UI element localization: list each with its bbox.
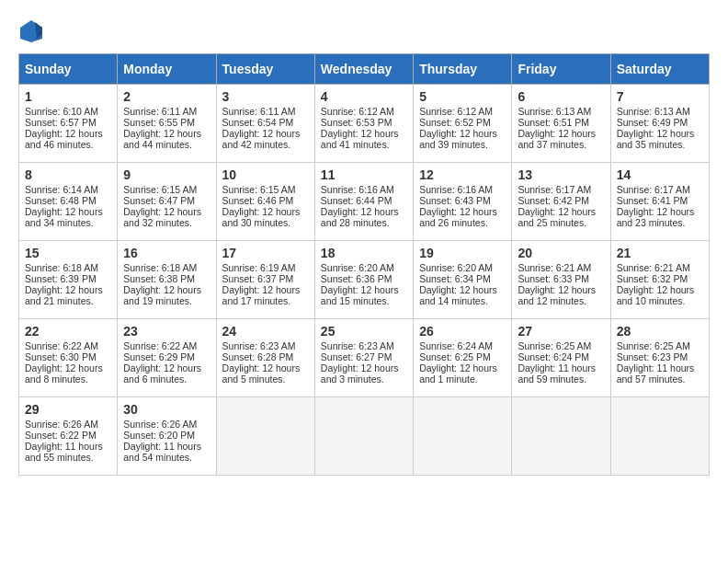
column-header-saturday: Saturday: [610, 54, 709, 85]
sunrise-text: Sunrise: 6:24 AM: [419, 340, 493, 351]
calendar-cell: 3Sunrise: 6:11 AMSunset: 6:54 PMDaylight…: [216, 85, 314, 163]
sunset-text: Sunset: 6:47 PM: [123, 195, 195, 206]
calendar-cell: 26Sunrise: 6:24 AMSunset: 6:25 PMDayligh…: [414, 319, 512, 397]
daylight-text: Daylight: 11 hours and 59 minutes.: [518, 362, 596, 385]
column-header-monday: Monday: [118, 54, 216, 85]
day-number: 13: [518, 167, 604, 182]
sunrise-text: Sunrise: 6:17 AM: [617, 184, 690, 195]
sunset-text: Sunset: 6:38 PM: [123, 273, 195, 284]
calendar-cell: 30Sunrise: 6:26 AMSunset: 6:20 PMDayligh…: [118, 397, 216, 476]
sunrise-text: Sunrise: 6:21 AM: [518, 262, 591, 273]
daylight-text: Daylight: 12 hours and 32 minutes.: [123, 206, 201, 228]
sunset-text: Sunset: 6:24 PM: [518, 351, 589, 362]
day-number: 18: [321, 246, 407, 260]
daylight-text: Daylight: 12 hours and 37 minutes.: [518, 128, 596, 150]
day-number: 4: [321, 89, 407, 104]
daylight-text: Daylight: 12 hours and 25 minutes.: [518, 206, 596, 228]
day-number: 28: [617, 324, 703, 339]
calendar-cell: 16Sunrise: 6:18 AMSunset: 6:38 PMDayligh…: [118, 241, 216, 319]
daylight-text: Daylight: 12 hours and 23 minutes.: [617, 206, 695, 228]
sunrise-text: Sunrise: 6:15 AM: [222, 184, 296, 195]
sunrise-text: Sunrise: 6:10 AM: [25, 106, 98, 117]
logo: [18, 18, 48, 44]
calendar-week-1: 1Sunrise: 6:10 AMSunset: 6:57 PMDaylight…: [19, 85, 710, 163]
calendar-week-5: 29Sunrise: 6:26 AMSunset: 6:22 PMDayligh…: [19, 397, 710, 476]
daylight-text: Daylight: 12 hours and 15 minutes.: [321, 284, 399, 306]
calendar-cell: 10Sunrise: 6:15 AMSunset: 6:46 PMDayligh…: [216, 163, 314, 241]
calendar-cell: 25Sunrise: 6:23 AMSunset: 6:27 PMDayligh…: [314, 319, 413, 397]
day-number: 16: [123, 246, 210, 260]
sunrise-text: Sunrise: 6:13 AM: [617, 106, 690, 117]
sunrise-text: Sunrise: 6:18 AM: [123, 262, 197, 273]
sunset-text: Sunset: 6:53 PM: [321, 117, 392, 128]
daylight-text: Daylight: 11 hours and 55 minutes.: [25, 441, 103, 463]
sunrise-text: Sunrise: 6:11 AM: [123, 106, 197, 117]
calendar-body: 1Sunrise: 6:10 AMSunset: 6:57 PMDaylight…: [19, 85, 710, 476]
day-number: 10: [222, 167, 309, 182]
column-header-thursday: Thursday: [414, 54, 512, 85]
daylight-text: Daylight: 12 hours and 19 minutes.: [123, 284, 201, 306]
sunrise-text: Sunrise: 6:12 AM: [321, 106, 394, 117]
day-number: 26: [419, 324, 506, 339]
sunrise-text: Sunrise: 6:13 AM: [518, 106, 591, 117]
calendar-cell: 14Sunrise: 6:17 AMSunset: 6:41 PMDayligh…: [610, 163, 709, 241]
calendar-cell: 4Sunrise: 6:12 AMSunset: 6:53 PMDaylight…: [314, 85, 413, 163]
day-number: 1: [25, 89, 111, 104]
sunset-text: Sunset: 6:25 PM: [419, 351, 491, 362]
calendar-cell: 11Sunrise: 6:16 AMSunset: 6:44 PMDayligh…: [314, 163, 413, 241]
daylight-text: Daylight: 12 hours and 6 minutes.: [123, 362, 201, 385]
sunset-text: Sunset: 6:32 PM: [617, 273, 688, 284]
day-number: 30: [123, 402, 210, 417]
daylight-text: Daylight: 12 hours and 10 minutes.: [617, 284, 695, 306]
calendar-week-2: 8Sunrise: 6:14 AMSunset: 6:48 PMDaylight…: [19, 163, 710, 241]
sunrise-text: Sunrise: 6:26 AM: [25, 419, 98, 430]
sunset-text: Sunset: 6:44 PM: [321, 195, 392, 206]
day-number: 9: [123, 167, 210, 182]
calendar-cell: 18Sunrise: 6:20 AMSunset: 6:36 PMDayligh…: [314, 241, 413, 319]
sunset-text: Sunset: 6:41 PM: [617, 195, 688, 206]
sunset-text: Sunset: 6:22 PM: [25, 430, 97, 441]
calendar-cell: 13Sunrise: 6:17 AMSunset: 6:42 PMDayligh…: [512, 163, 610, 241]
sunset-text: Sunset: 6:23 PM: [617, 351, 688, 362]
calendar-cell: 24Sunrise: 6:23 AMSunset: 6:28 PMDayligh…: [216, 319, 314, 397]
daylight-text: Daylight: 12 hours and 21 minutes.: [25, 284, 103, 306]
day-number: 3: [222, 89, 309, 104]
daylight-text: Daylight: 12 hours and 44 minutes.: [123, 128, 201, 150]
sunrise-text: Sunrise: 6:25 AM: [617, 340, 690, 351]
calendar-cell: 5Sunrise: 6:12 AMSunset: 6:52 PMDaylight…: [414, 85, 512, 163]
sunset-text: Sunset: 6:34 PM: [419, 273, 491, 284]
day-number: 24: [222, 324, 309, 339]
day-number: 14: [617, 167, 703, 182]
calendar-cell: 23Sunrise: 6:22 AMSunset: 6:29 PMDayligh…: [118, 319, 216, 397]
calendar-cell: [610, 397, 709, 476]
day-number: 11: [321, 167, 407, 182]
calendar-cell: [314, 397, 413, 476]
sunset-text: Sunset: 6:28 PM: [222, 351, 294, 362]
calendar-cell: 2Sunrise: 6:11 AMSunset: 6:55 PMDaylight…: [118, 85, 216, 163]
sunrise-text: Sunrise: 6:22 AM: [123, 340, 197, 351]
sunset-text: Sunset: 6:49 PM: [617, 117, 688, 128]
calendar-cell: 6Sunrise: 6:13 AMSunset: 6:51 PMDaylight…: [512, 85, 610, 163]
sunset-text: Sunset: 6:29 PM: [123, 351, 195, 362]
sunrise-text: Sunrise: 6:19 AM: [222, 262, 296, 273]
calendar-cell: 12Sunrise: 6:16 AMSunset: 6:43 PMDayligh…: [414, 163, 512, 241]
calendar-cell: 28Sunrise: 6:25 AMSunset: 6:23 PMDayligh…: [610, 319, 709, 397]
day-number: 2: [123, 89, 210, 104]
sunrise-text: Sunrise: 6:23 AM: [222, 340, 296, 351]
day-number: 29: [25, 402, 111, 417]
sunrise-text: Sunrise: 6:12 AM: [419, 106, 493, 117]
sunset-text: Sunset: 6:27 PM: [321, 351, 392, 362]
daylight-text: Daylight: 12 hours and 17 minutes.: [222, 284, 301, 306]
column-header-friday: Friday: [512, 54, 610, 85]
day-number: 27: [518, 324, 604, 339]
day-number: 8: [25, 167, 111, 182]
column-header-wednesday: Wednesday: [314, 54, 413, 85]
day-number: 7: [617, 89, 703, 104]
daylight-text: Daylight: 12 hours and 39 minutes.: [419, 128, 497, 150]
sunset-text: Sunset: 6:39 PM: [25, 273, 97, 284]
daylight-text: Daylight: 12 hours and 26 minutes.: [419, 206, 497, 228]
day-number: 5: [419, 89, 506, 104]
daylight-text: Daylight: 12 hours and 1 minute.: [419, 362, 497, 385]
calendar-cell: [414, 397, 512, 476]
sunset-text: Sunset: 6:57 PM: [25, 117, 97, 128]
